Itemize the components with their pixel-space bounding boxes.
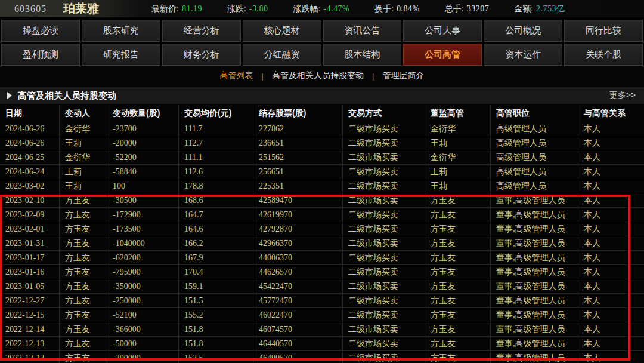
table-row[interactable]: 2023-01-31方玉友-1040000166.242966370二级市场买卖… xyxy=(0,236,644,251)
table-cell: 方玉友 xyxy=(60,236,107,250)
table-row[interactable]: 2024-06-26金衍华-23700111.7227862二级市场买卖金衍华高… xyxy=(0,122,644,136)
table-row[interactable]: 2022-12-27方玉友-250000151.545772470二级市场买卖方… xyxy=(0,294,644,308)
table-cell: 2024-06-26 xyxy=(0,136,60,150)
subnav-item[interactable]: 高管及相关人员持股变动 xyxy=(272,70,364,81)
quote-field-value: 33207 xyxy=(467,4,490,14)
table-row[interactable]: 2023-02-01方玉友-173500164.642792870二级市场买卖方… xyxy=(0,222,644,236)
table-cell: 112.6 xyxy=(179,165,253,179)
more-link[interactable]: 更多>> xyxy=(609,90,636,101)
table-cell: -366000 xyxy=(107,322,179,336)
table-cell: 2023-02-01 xyxy=(0,222,60,236)
table-cell: 二级市场买卖 xyxy=(343,322,425,336)
table-row[interactable]: 2024-06-26王莉-20000112.7236651二级市场买卖王莉高级管… xyxy=(0,136,644,150)
table-cell: 董事,高级管理人员 xyxy=(491,351,578,363)
stock-f10-screen: 603605 珀莱雅 最新价:81.19涨跌:-3.80涨跌幅:-4.47%换手… xyxy=(0,0,644,363)
table-cell: 本人 xyxy=(578,150,644,164)
subnav-item[interactable]: 高管列表 xyxy=(220,70,253,81)
table-row[interactable]: 2024-06-25金衍华-52200111.1251562二级市场买卖金衍华高… xyxy=(0,150,644,165)
nav-tab[interactable]: 研究报告 xyxy=(82,44,160,66)
table-cell: 111.1 xyxy=(179,150,253,164)
table-cell: 42792870 xyxy=(253,222,343,236)
table-cell: 二级市场买卖 xyxy=(343,279,425,293)
table-cell: 方玉友 xyxy=(425,236,491,250)
table-cell: -350000 xyxy=(107,279,179,293)
table-cell: 100 xyxy=(107,179,179,193)
nav-tab[interactable]: 分红融资 xyxy=(243,44,321,66)
table-cell: 168.6 xyxy=(179,193,253,207)
table-row[interactable]: 2023-01-16方玉友-795900170.444626570二级市场买卖方… xyxy=(0,265,644,279)
nav-tab[interactable]: 操盘必读 xyxy=(1,20,80,42)
table-row[interactable]: 2023-01-17方玉友-620200167.944006370二级市场买卖方… xyxy=(0,251,644,265)
column-header: 高管职位 xyxy=(491,105,578,122)
nav-tab[interactable]: 同行比较 xyxy=(564,20,643,42)
quote-field-label: 金额: xyxy=(514,4,533,14)
table-cell: 2023-02-10 xyxy=(0,193,60,207)
nav-tab[interactable]: 经营分析 xyxy=(162,20,241,42)
subnav-item[interactable]: 管理层简介 xyxy=(382,70,424,81)
table-cell: 董事,高级管理人员 xyxy=(491,294,578,307)
table-cell: 二级市场买卖 xyxy=(343,251,425,264)
table-cell: 王莉 xyxy=(425,136,491,150)
nav-tab[interactable]: 核心题材 xyxy=(243,20,321,42)
table-cell: 46022470 xyxy=(253,308,343,322)
table-cell: 2024-06-25 xyxy=(0,150,60,164)
table-cell: 王莉 xyxy=(425,179,491,193)
table-cell: 金衍华 xyxy=(60,150,107,164)
table-row[interactable]: 2022-12-13方玉友-50000151.846440570二级市场买卖方玉… xyxy=(0,337,644,351)
nav-tab[interactable]: 资讯公告 xyxy=(323,20,402,42)
table-cell: 151.8 xyxy=(179,322,253,336)
table-cell: 王莉 xyxy=(60,165,107,179)
table-cell: 164.7 xyxy=(179,208,253,222)
quote-field-value: 0.84% xyxy=(397,4,420,14)
nav-tab[interactable]: 股本结构 xyxy=(323,44,402,66)
table-cell: 二级市场买卖 xyxy=(343,193,425,207)
table-cell: -620200 xyxy=(107,251,179,264)
nav-tab[interactable]: 盈利预测 xyxy=(1,44,80,66)
column-header: 董监高管 xyxy=(425,105,491,122)
table-row[interactable]: 2023-03-02王莉100178.8225351二级市场买卖王莉高级管理人员… xyxy=(0,179,644,193)
table-row[interactable]: 2023-01-05方玉友-350000159.145422470二级市场买卖方… xyxy=(0,279,644,294)
table-cell: -30500 xyxy=(107,193,179,207)
table-cell: 高级管理人员 xyxy=(491,150,578,164)
table-cell: 董事,高级管理人员 xyxy=(491,279,578,293)
table-row[interactable]: 2023-02-10方玉友-30500168.642589470二级市场买卖方玉… xyxy=(0,193,644,208)
table-cell: 方玉友 xyxy=(425,308,491,322)
table-cell: 方玉友 xyxy=(425,294,491,307)
nav-tab[interactable]: 公司概况 xyxy=(484,20,562,42)
table-cell: 王莉 xyxy=(425,165,491,179)
table-cell: 方玉友 xyxy=(425,322,491,336)
table-row[interactable]: 2023-02-09方玉友-172900164.742619970二级市场买卖方… xyxy=(0,208,644,222)
table-cell: 2022-12-27 xyxy=(0,294,60,307)
table-cell: 2023-03-02 xyxy=(0,179,60,193)
nav-tab[interactable]: 公司高管 xyxy=(403,44,482,66)
table-cell: 2022-12-13 xyxy=(0,337,60,350)
quote-field: 总手:33207 xyxy=(445,4,489,14)
table-cell: 方玉友 xyxy=(60,251,107,264)
quote-field-value: 2.753亿 xyxy=(536,4,565,14)
table-cell: 方玉友 xyxy=(60,351,107,363)
table-cell: -50000 xyxy=(107,337,179,350)
nav-tab[interactable]: 资本运作 xyxy=(484,44,562,66)
column-header: 结存股票(股) xyxy=(253,105,343,122)
table-cell: 方玉友 xyxy=(425,193,491,207)
table-cell: 236651 xyxy=(253,136,343,150)
table-cell: 2022-12-14 xyxy=(0,322,60,336)
table-body: 2024-06-26金衍华-23700111.7227862二级市场买卖金衍华高… xyxy=(0,122,644,363)
nav-tab[interactable]: 财务分析 xyxy=(162,44,241,66)
table-header-row: 日期变动人变动数量(股)交易均价(元)结存股票(股)交易方式董监高管高管职位与高… xyxy=(0,105,644,122)
table-cell: 二级市场买卖 xyxy=(343,351,425,363)
table-row[interactable]: 2022-12-15方玉友-52100155.246022470二级市场买卖方玉… xyxy=(0,308,644,322)
stock-code: 603605 xyxy=(14,4,47,14)
table-cell: 本人 xyxy=(578,208,644,222)
nav-tab[interactable]: 股东研究 xyxy=(82,20,160,42)
table-cell: 112.7 xyxy=(179,136,253,150)
table-cell: 方玉友 xyxy=(60,193,107,207)
table-row[interactable]: 2022-12-14方玉友-366000151.846074570二级市场买卖方… xyxy=(0,322,644,337)
nav-tab[interactable]: 关联个股 xyxy=(564,44,643,66)
table-cell: 151.5 xyxy=(179,294,253,307)
nav-tab[interactable]: 公司大事 xyxy=(403,20,482,42)
table-cell: 46074570 xyxy=(253,322,343,336)
column-header: 交易均价(元) xyxy=(179,105,253,122)
table-row[interactable]: 2024-06-24王莉-58840112.6256651二级市场买卖王莉高级管… xyxy=(0,165,644,179)
table-row[interactable]: 2022-12-12方玉友-200000152.546490570二级市场买卖方… xyxy=(0,351,644,363)
